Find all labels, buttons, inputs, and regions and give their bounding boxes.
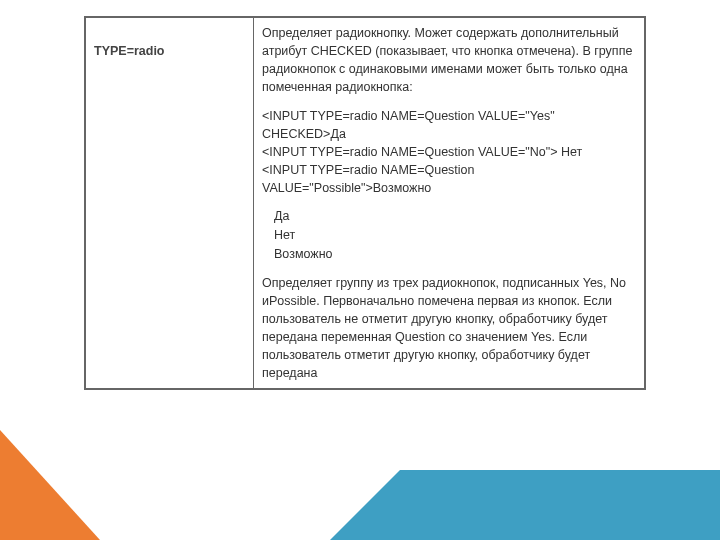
explanation-text: Определяет группу из трех радиокнопок, п… <box>262 274 636 383</box>
radio-option-label: Да <box>274 207 636 225</box>
radio-option-label: Возможно <box>274 245 636 263</box>
decoration-orange-triangle <box>0 430 100 540</box>
radio-options-preview: Да Нет Возможно <box>262 207 636 263</box>
type-label: TYPE=radio <box>94 44 165 58</box>
code-line: <INPUT TYPE=radio NAME=Question VALUE="N… <box>262 143 636 161</box>
code-line: <INPUT TYPE=radio NAME=Question VALUE="Y… <box>262 107 636 143</box>
table-row: TYPE=radio Определяет радиокнопку. Может… <box>86 18 645 389</box>
description-text: Определяет радиокнопку. Может содержать … <box>262 24 636 97</box>
doc-table: TYPE=radio Определяет радиокнопку. Может… <box>85 17 645 389</box>
decoration-blue-band <box>400 470 720 540</box>
code-example: <INPUT TYPE=radio NAME=Question VALUE="Y… <box>262 107 636 198</box>
code-line: <INPUT TYPE=radio NAME=Question VALUE="P… <box>262 161 636 197</box>
content-table-wrapper: TYPE=radio Определяет радиокнопку. Может… <box>84 16 646 390</box>
type-label-cell: TYPE=radio <box>86 18 254 389</box>
radio-option-label: Нет <box>274 226 636 244</box>
description-cell: Определяет радиокнопку. Может содержать … <box>254 18 645 389</box>
